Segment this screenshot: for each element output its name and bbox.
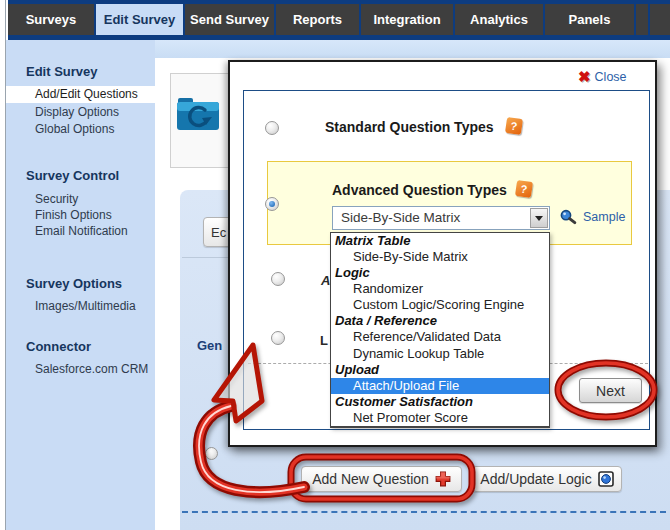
add-update-logic-label: Add/Update Logic [480, 471, 591, 487]
sidebar-item-add-edit-questions[interactable]: Add/Edit Questions [6, 86, 155, 103]
panel-radio-selected[interactable] [204, 410, 217, 423]
chevron-down-icon [535, 216, 543, 221]
content-top-strip [155, 40, 670, 58]
tab-reports[interactable]: Reports [276, 4, 361, 35]
dropdown-group-matrix-table: Matrix Table [331, 233, 549, 249]
tab-surveys[interactable]: Surveys [8, 4, 96, 35]
help-icon-advanced[interactable]: ? [515, 180, 533, 198]
dropdown-item-dynamic-lookup-table[interactable]: Dynamic Lookup Table [331, 346, 549, 362]
logic-icon [598, 471, 614, 487]
panel-radio-unselected[interactable] [205, 447, 218, 460]
sidebar-section-survey-control: Survey Control [6, 168, 155, 183]
tab-send-survey[interactable]: Send Survey [185, 4, 276, 35]
tab-integration[interactable]: Integration [361, 4, 455, 35]
close-label: Close [595, 70, 627, 84]
sidebar-item-finish-options[interactable]: Finish Options [6, 207, 155, 224]
next-button[interactable]: Next [579, 378, 642, 403]
standard-question-types-label: Standard Question Types [325, 119, 494, 135]
top-nav: Surveys Edit Survey Send Survey Reports … [8, 0, 670, 40]
magnifier-icon [559, 208, 578, 226]
sidebar: Edit Survey Add/Edit Questions Display O… [6, 40, 155, 530]
help-icon-standard[interactable]: ? [505, 117, 523, 135]
radio-hidden-option-1[interactable] [271, 272, 285, 286]
tab-panels[interactable]: Panels [545, 4, 636, 35]
bottom-dashed-divider [182, 511, 666, 513]
dropdown-group-upload: Upload [331, 362, 549, 378]
tab-edit-survey[interactable]: Edit Survey [96, 4, 185, 35]
dropdown-item-attach-upload-file[interactable]: Attach/Upload File [331, 378, 549, 394]
general-section-label: Gen [197, 338, 222, 353]
radio-advanced-question-types[interactable] [265, 197, 279, 211]
question-type-select-value: Side-By-Side Matrix [341, 207, 460, 229]
hidden-option-fragment-2: L [320, 333, 328, 348]
sidebar-item-images-multimedia[interactable]: Images/Multimedia [6, 298, 155, 315]
radio-hidden-option-2[interactable] [271, 331, 285, 345]
add-update-logic-button[interactable]: Add/Update Logic [472, 466, 622, 492]
question-type-select[interactable]: Side-By-Side Matrix [332, 206, 550, 230]
question-type-dropdown-list: Matrix Table Side-By-Side Matrix Logic R… [330, 232, 550, 428]
tab-analytics[interactable]: Analytics [455, 4, 545, 35]
add-new-question-button[interactable]: Add New Question [301, 466, 462, 492]
sidebar-section-survey-options: Survey Options [6, 276, 155, 291]
sample-label: Sample [583, 210, 625, 224]
select-dropdown-button[interactable] [530, 208, 548, 228]
dropdown-group-customer-satisfaction: Customer Satisfaction [331, 394, 549, 410]
dropdown-item-randomizer[interactable]: Randomizer [331, 281, 549, 297]
panel-divider [182, 257, 228, 258]
radio-standard-question-types[interactable] [265, 121, 279, 135]
red-plus-icon [435, 471, 451, 487]
dropdown-group-logic: Logic [331, 265, 549, 281]
dropdown-item-net-promoter-score[interactable]: Net Promoter Score [331, 410, 549, 426]
hidden-option-fragment-1: A [321, 273, 330, 288]
sidebar-item-security[interactable]: Security [6, 191, 155, 208]
dropdown-item-side-by-side-matrix[interactable]: Side-By-Side Matrix [331, 249, 549, 265]
nav-filler [636, 4, 670, 35]
sidebar-item-salesforce-crm[interactable]: Salesforce.com CRM [6, 361, 155, 378]
modal-close[interactable]: ✖ Close [578, 68, 627, 86]
page: Surveys Edit Survey Send Survey Reports … [0, 0, 670, 530]
sidebar-section-edit-survey: Edit Survey [6, 64, 155, 79]
nav-separator [648, 4, 650, 35]
sidebar-item-email-notification[interactable]: Email Notification [6, 223, 155, 240]
refresh-folder-icon[interactable] [175, 94, 221, 134]
sidebar-item-global-options[interactable]: Global Options [6, 121, 155, 138]
dropdown-item-custom-logic[interactable]: Custom Logic/Scoring Engine [331, 297, 549, 313]
advanced-question-types-label: Advanced Question Types [332, 182, 507, 198]
close-icon: ✖ [578, 68, 591, 86]
sample-link[interactable]: Sample [559, 208, 625, 226]
sidebar-item-display-options[interactable]: Display Options [6, 104, 155, 121]
dropdown-item-reference-validated-data[interactable]: Reference/Validated Data [331, 329, 549, 345]
add-new-question-label: Add New Question [312, 471, 429, 487]
dropdown-group-data-reference: Data / Reference [331, 313, 549, 329]
sidebar-section-connector: Connector [6, 339, 155, 354]
